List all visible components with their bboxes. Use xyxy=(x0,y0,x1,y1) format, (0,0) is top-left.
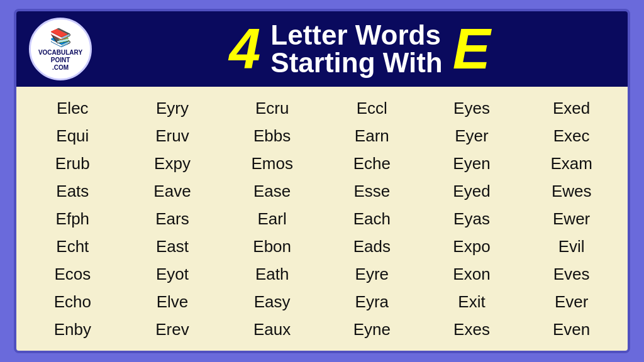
word-cell: Equi xyxy=(23,122,123,150)
word-cell: Eccl xyxy=(322,94,422,122)
word-cell: Exit xyxy=(422,288,522,315)
title-line2: Starting With xyxy=(270,49,442,77)
header: 📚 VOCABULARY POINT .COM 4 Letter Words S… xyxy=(16,11,628,87)
word-cell: Ease xyxy=(222,177,322,205)
word-cell: Each xyxy=(322,205,422,233)
word-cell: Efph xyxy=(23,205,123,233)
word-cell: Ecru xyxy=(222,94,322,122)
word-cell: Enby xyxy=(23,315,123,343)
word-cell: East xyxy=(123,233,223,260)
word-cell: Ecos xyxy=(23,260,123,288)
word-cell: Eyne xyxy=(322,315,422,343)
word-cell: Eyry xyxy=(123,94,223,122)
word-cell: Ever xyxy=(521,288,621,315)
word-cell: Eves xyxy=(521,260,621,288)
word-cell: Expy xyxy=(123,150,223,177)
word-cell: Eath xyxy=(222,260,322,288)
words-grid: ElecEyryEcruEcclEyesExedEquiEruvEbbsEarn… xyxy=(23,94,621,343)
word-cell: Eyot xyxy=(123,260,223,288)
word-cell: Eruv xyxy=(123,122,223,150)
word-cell: Exec xyxy=(521,122,621,150)
word-cell: Ears xyxy=(123,205,223,233)
word-cell: Eaux xyxy=(222,315,322,343)
content-area: ElecEyryEcruEcclEyesExedEquiEruvEbbsEarn… xyxy=(16,87,628,351)
word-cell: Esse xyxy=(322,177,422,205)
word-cell: Even xyxy=(521,315,621,343)
word-cell: Eads xyxy=(322,233,422,260)
word-cell: Echt xyxy=(23,233,123,260)
word-cell: Elec xyxy=(23,94,123,122)
word-cell: Eyas xyxy=(422,205,522,233)
word-cell: Erev xyxy=(123,315,223,343)
word-cell: Eyed xyxy=(422,177,522,205)
word-cell: Ewer xyxy=(521,205,621,233)
title-text: Letter Words Starting With xyxy=(270,21,442,77)
word-cell: Ebbs xyxy=(222,122,322,150)
logo-icon: 📚 xyxy=(50,27,72,48)
letter-e: E xyxy=(453,21,491,77)
logo: 📚 VOCABULARY POINT .COM xyxy=(29,18,92,80)
word-cell: Exam xyxy=(521,150,621,177)
logo-text: VOCABULARY POINT .COM xyxy=(38,49,82,72)
word-cell: Easy xyxy=(222,288,322,315)
word-cell: Evil xyxy=(521,233,621,260)
word-cell: Eyre xyxy=(322,260,422,288)
word-cell: Eats xyxy=(23,177,123,205)
word-cell: Earl xyxy=(222,205,322,233)
word-cell: Eche xyxy=(322,150,422,177)
word-cell: Exon xyxy=(422,260,522,288)
word-cell: Exed xyxy=(521,94,621,122)
word-cell: Exes xyxy=(422,315,522,343)
word-cell: Elve xyxy=(123,288,223,315)
word-cell: Eyer xyxy=(422,122,522,150)
word-cell: Erub xyxy=(23,150,123,177)
word-cell: Eyen xyxy=(422,150,522,177)
word-cell: Ebon xyxy=(222,233,322,260)
word-cell: Echo xyxy=(23,288,123,315)
word-cell: Eyes xyxy=(422,94,522,122)
word-cell: Earn xyxy=(322,122,422,150)
word-cell: Eave xyxy=(123,177,223,205)
main-container: 📚 VOCABULARY POINT .COM 4 Letter Words S… xyxy=(14,9,630,353)
title-line1: Letter Words xyxy=(270,21,442,49)
word-cell: Ewes xyxy=(521,177,621,205)
word-cell: Emos xyxy=(222,150,322,177)
word-cell: Expo xyxy=(422,233,522,260)
number-4: 4 xyxy=(229,21,260,77)
word-cell: Eyra xyxy=(322,288,422,315)
title-area: 4 Letter Words Starting With E xyxy=(104,21,615,77)
